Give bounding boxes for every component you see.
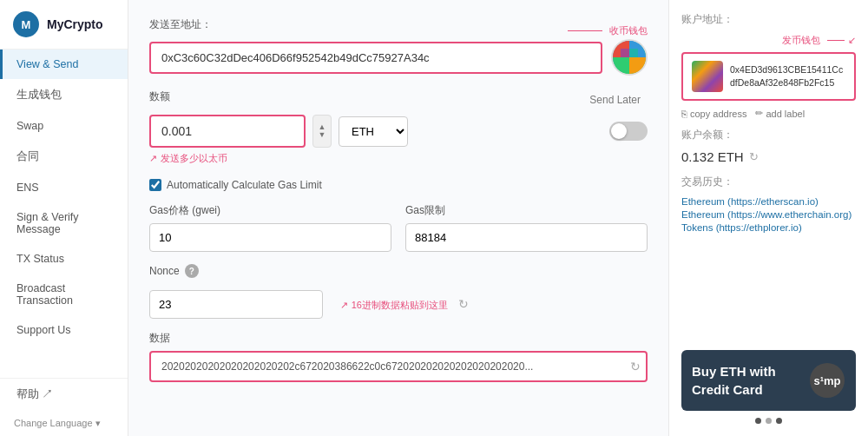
- auto-gas-checkbox[interactable]: [149, 179, 161, 191]
- account-address-text: 0x4ED3d9613CBE15411CcdfDe8aAf32e848Fb2Fc…: [730, 63, 845, 89]
- svg-text:s¹mp: s¹mp: [813, 374, 840, 387]
- gas-limit-field: Gas限制: [405, 203, 648, 252]
- to-annotation: 收币钱包: [568, 24, 648, 37]
- add-label-link[interactable]: ✏ add label: [755, 108, 805, 119]
- dot-1[interactable]: [755, 418, 761, 424]
- sidebar: M MyCrypto View & Send 生成钱包 Swap 合同 ENS …: [0, 0, 128, 436]
- simplex-logo: s¹mp: [809, 362, 845, 399]
- amount-label: 数额: [149, 89, 170, 104]
- currency-select[interactable]: ETH BTC: [339, 116, 408, 147]
- data-refresh-icon[interactable]: ↻: [630, 360, 641, 373]
- buy-eth-banner[interactable]: Buy ETH with Credit Card s¹mp: [681, 350, 856, 411]
- history-label: 交易历史：: [681, 175, 856, 189]
- to-address-section: 发送至地址： 收币钱包: [149, 17, 648, 76]
- nonce-annotation: ↗ 16进制数据粘贴到这里: [340, 299, 448, 312]
- gas-price-field: Gas价格 (gwei): [149, 203, 391, 252]
- history-link-etherchain[interactable]: Ethereum (https://www.etherchain.org): [681, 209, 856, 220]
- balance-section: 账户余额： 0.132 ETH ↻: [681, 128, 856, 164]
- amount-annotation: ↗ 发送多少以太币: [149, 152, 227, 165]
- to-address-avatar: [611, 39, 648, 76]
- gas-price-input[interactable]: [149, 223, 391, 252]
- sidebar-item-broadcast[interactable]: Broadcast Transaction: [0, 274, 128, 315]
- copy-add-row: ⎘ copy address ✏ add label: [681, 108, 856, 119]
- sidebar-item-support[interactable]: Support Us: [0, 315, 128, 345]
- account-address-box: 0x4ED3d9613CBE15411CcdfDe8aAf32e848Fb2Fc…: [681, 52, 856, 101]
- copy-address-link[interactable]: ⎘ copy address: [681, 108, 746, 119]
- nonce-input[interactable]: [149, 290, 323, 319]
- history-link-etherscan[interactable]: Ethereum (https://etherscan.io): [681, 196, 856, 207]
- copy-icon: ⎘: [681, 109, 687, 119]
- app-name: MyCrypto: [47, 17, 103, 31]
- balance-value: 0.132 ETH ↻: [681, 149, 856, 164]
- send-later-toggle[interactable]: [609, 122, 648, 141]
- sidebar-item-sign-verify[interactable]: Sign & Verify Message: [0, 202, 128, 244]
- gas-fields: Gas价格 (gwei) Gas限制: [149, 203, 648, 252]
- amount-input[interactable]: [149, 115, 306, 148]
- data-input[interactable]: [149, 351, 648, 382]
- mycrypto-logo-icon: M: [12, 10, 40, 38]
- to-address-input[interactable]: [149, 42, 602, 74]
- to-address-label: 发送至地址：: [149, 17, 212, 32]
- svg-rect-5: [629, 57, 646, 74]
- to-address-row: [149, 39, 648, 76]
- main-form: 发送至地址： 收币钱包 数额 Send La: [128, 0, 668, 436]
- sidebar-item-contract[interactable]: 合同: [0, 141, 128, 173]
- sidebar-item-help[interactable]: 帮助 ↗: [0, 379, 128, 411]
- gas-limit-label: Gas限制: [405, 203, 648, 218]
- toggle-knob: [611, 123, 627, 139]
- nonce-help-icon[interactable]: ?: [185, 264, 199, 278]
- amount-section: 数额 Send Later ▲ ▼ ETH BTC: [149, 89, 648, 165]
- gas-price-label: Gas价格 (gwei): [149, 203, 391, 218]
- svg-rect-6: [621, 49, 629, 57]
- balance-refresh-icon[interactable]: ↻: [749, 150, 759, 163]
- balance-label: 账户余额：: [681, 128, 856, 142]
- sidebar-item-view-send[interactable]: View & Send: [0, 50, 128, 79]
- sidebar-item-swap[interactable]: Swap: [0, 111, 128, 141]
- svg-text:M: M: [22, 18, 31, 31]
- app-logo: M MyCrypto: [0, 0, 128, 50]
- account-annotation-row: 发币钱包 ↙: [681, 34, 856, 47]
- auto-gas-label: Automatically Calculate Gas Limit: [167, 179, 322, 191]
- account-address-title: 账户地址：: [681, 12, 856, 27]
- pencil-icon: ✏: [755, 108, 763, 119]
- sidebar-item-tx-status[interactable]: TX Status: [0, 244, 128, 274]
- account-avatar: [692, 61, 723, 92]
- gas-limit-input[interactable]: [405, 223, 648, 252]
- send-later-label: Send Later: [589, 94, 641, 106]
- amount-stepper[interactable]: ▲ ▼: [312, 115, 332, 148]
- sidebar-item-ens[interactable]: ENS: [0, 173, 128, 202]
- data-label: 数据: [149, 331, 648, 346]
- buy-eth-text: Buy ETH with Credit Card: [692, 362, 776, 399]
- account-annotation: 发币钱包 ↙: [782, 34, 856, 47]
- nonce-label: Nonce: [149, 265, 180, 277]
- amount-row: ▲ ▼ ETH BTC: [149, 115, 408, 148]
- right-panel: 账户地址： 发币钱包 ↙ 0x4ED3d9613CBE15411CcdfDe8a…: [668, 0, 868, 436]
- nonce-section: Nonce ?: [149, 264, 648, 278]
- dot-3[interactable]: [776, 418, 782, 424]
- svg-rect-4: [613, 57, 629, 74]
- history-section: 交易历史： Ethereum (https://etherscan.io) Et…: [681, 175, 856, 235]
- history-link-ethplorer[interactable]: Tokens (https://ethplorer.io): [681, 222, 856, 233]
- banner-dots: [681, 418, 856, 424]
- data-section: 数据 ↻: [149, 331, 648, 382]
- svg-rect-7: [629, 49, 638, 57]
- nonce-refresh-icon[interactable]: ↻: [458, 297, 469, 311]
- change-language[interactable]: Change Language ▾: [0, 411, 128, 436]
- dot-2[interactable]: [766, 418, 772, 424]
- auto-gas-row: Automatically Calculate Gas Limit: [149, 179, 648, 191]
- sidebar-item-create-wallet[interactable]: 生成钱包: [0, 79, 128, 111]
